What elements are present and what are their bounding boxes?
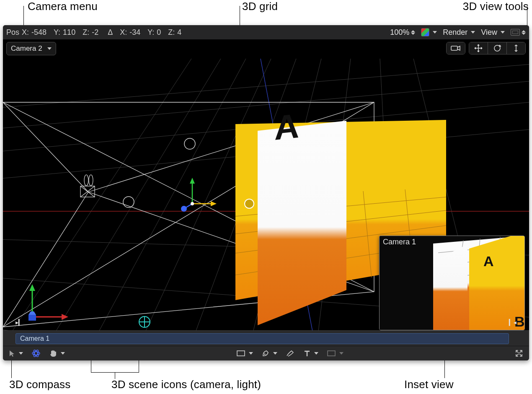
chevron-down-icon (47, 47, 52, 50)
camera-menu-value: Camera 2 (11, 44, 42, 53)
inset-view[interactable]: Camera 1 (379, 236, 525, 330)
viewer-window: Pos X: -548 Y: 110 Z: -2 Δ X: -34 Y: 0 Z… (3, 25, 529, 360)
status-bar: Pos X: -548 Y: 110 Z: -2 Δ X: -34 Y: 0 Z… (3, 25, 529, 39)
shape-tool[interactable] (327, 350, 343, 357)
timeline-clip-label: Camera 1 (20, 335, 49, 342)
svg-rect-76 (328, 351, 335, 356)
delta-z-value: 4 (177, 28, 181, 37)
delta-y-value: 0 (157, 28, 161, 37)
svg-point-51 (245, 199, 254, 208)
callout-grid: 3D grid (242, 0, 278, 13)
pos-x-value: -548 (31, 28, 46, 37)
rect-mask-icon (236, 350, 245, 357)
transform-3d-tool[interactable] (31, 349, 41, 358)
chevron-down-icon (249, 352, 253, 355)
canvas-toolbar (3, 346, 529, 360)
inset-camera-label: Camera 1 (383, 238, 416, 246)
callout-line (115, 372, 115, 379)
delta-x-label: X: (120, 28, 127, 37)
timeline-clip[interactable]: Camera 1 (15, 333, 509, 344)
playhead-end-icon[interactable]: ▎◂ (509, 319, 517, 326)
layout-dropdown[interactable] (511, 29, 526, 36)
chevron-down-icon (19, 352, 23, 355)
zoom-dropdown[interactable]: 100% (390, 28, 415, 37)
zoom-value: 100% (390, 28, 409, 37)
pos-y-value: 110 (63, 28, 75, 37)
callout-scene-icons: 3D scene icons (camera, light) (111, 378, 261, 391)
timeline-area[interactable]: ▸▎ ▎◂ Camera 1 (3, 330, 529, 346)
shape-icon (327, 350, 336, 357)
svg-rect-59 (28, 315, 36, 321)
arrow-tool-icon (9, 350, 15, 357)
pos-x-label: X: (22, 28, 29, 37)
callout-compass: 3D compass (9, 378, 71, 391)
render-dropdown[interactable]: Render (443, 28, 475, 37)
inset-letter-a: A (483, 253, 494, 269)
updown-icon (411, 30, 415, 34)
pos-y-label: Y: (54, 28, 60, 37)
fullscreen-button[interactable] (515, 349, 523, 358)
expand-icon (515, 349, 523, 358)
frame-camera-button[interactable] (447, 42, 465, 54)
text-icon (303, 350, 311, 357)
chevron-down-icon (61, 352, 65, 355)
pan-icon (474, 44, 483, 53)
svg-point-49 (181, 206, 187, 212)
svg-line-25 (3, 192, 88, 327)
orbit-icon (493, 44, 502, 53)
brush-icon (286, 349, 295, 358)
pos-label: Pos (6, 28, 19, 37)
svg-point-50 (191, 202, 194, 205)
chevron-down-icon (273, 352, 277, 355)
delta-z-label: Z: (168, 28, 175, 37)
camera-icon (450, 44, 461, 52)
svg-point-1 (494, 45, 500, 51)
mask-tool[interactable] (236, 350, 253, 357)
layout-icon (511, 29, 520, 36)
svg-rect-74 (237, 351, 245, 356)
hand-icon (49, 349, 57, 358)
svg-marker-47 (211, 201, 217, 206)
view-label: View (481, 28, 497, 37)
color-channel-dropdown[interactable] (421, 28, 437, 36)
pos-z-label: Z: (83, 28, 89, 37)
pan-hand-tool[interactable] (49, 349, 65, 358)
chevron-down-icon (501, 31, 505, 34)
svg-point-29 (84, 175, 88, 186)
pan-button[interactable] (469, 42, 488, 54)
pen-tool[interactable] (261, 349, 277, 358)
svg-marker-56 (62, 314, 68, 320)
callout-camera-menu: Camera menu (28, 0, 98, 13)
color-swatch-icon (421, 28, 429, 36)
svg-marker-60 (28, 311, 36, 315)
updown-icon (522, 30, 526, 34)
chevron-down-icon (433, 31, 437, 34)
callout-view-tools: 3D view tools (463, 0, 529, 13)
playhead-start-icon[interactable]: ▸▎ (15, 319, 23, 326)
pen-icon (261, 349, 270, 358)
svg-marker-43 (258, 121, 346, 325)
dolly-button[interactable] (506, 42, 525, 54)
camera-menu[interactable]: Camera 2 (6, 42, 56, 55)
dolly-icon (511, 44, 521, 53)
chevron-down-icon (471, 31, 475, 34)
svg-marker-58 (29, 284, 35, 291)
paint-tool[interactable] (286, 349, 295, 358)
scene-letter-a: A (274, 106, 299, 147)
svg-point-30 (89, 175, 93, 186)
chevron-down-icon (314, 352, 318, 355)
callout-inset: Inset view (404, 378, 454, 391)
view-dropdown[interactable]: View (481, 28, 505, 37)
svg-point-71 (32, 352, 40, 355)
svg-line-22 (3, 102, 88, 192)
text-tool[interactable] (303, 350, 318, 357)
delta-label: Δ (108, 28, 113, 37)
chevron-down-icon (339, 352, 343, 355)
canvas-top-bar: Camera 2 (3, 39, 529, 59)
select-tool[interactable] (9, 350, 23, 357)
orbit-button[interactable] (488, 42, 506, 54)
delta-x-value: -34 (129, 28, 140, 37)
delta-y-label: Y: (147, 28, 154, 37)
svg-rect-0 (451, 46, 457, 50)
transform3d-icon (31, 349, 41, 358)
